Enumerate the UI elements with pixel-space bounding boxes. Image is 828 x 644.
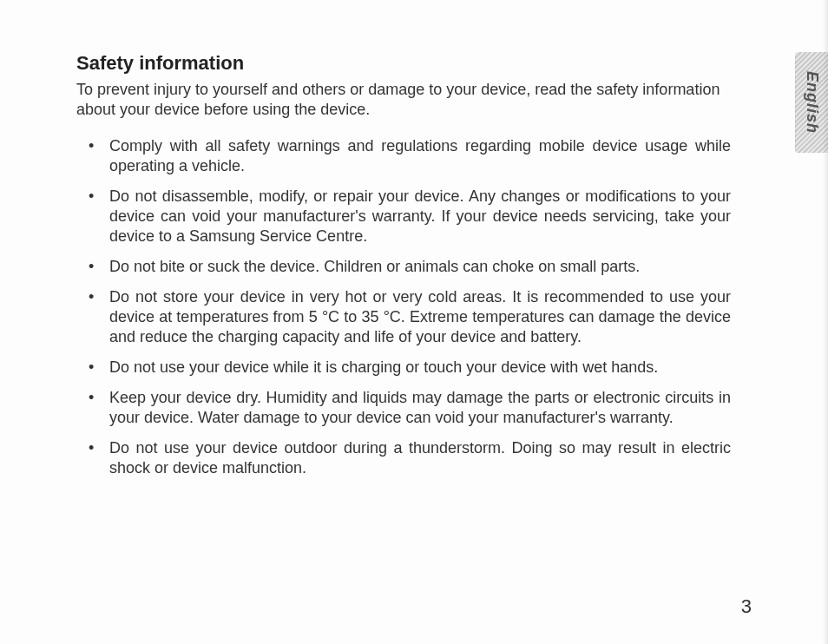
- language-label: English: [803, 71, 821, 134]
- list-item: Keep your device dry. Humidity and liqui…: [76, 383, 731, 433]
- list-item: Comply with all safety warnings and regu…: [76, 131, 731, 181]
- section-heading: Safety information: [76, 52, 752, 75]
- language-tab: English: [795, 52, 828, 153]
- list-item: Do not disassemble, modify, or repair yo…: [76, 181, 731, 252]
- intro-paragraph: To prevent injury to yourself and others…: [76, 80, 727, 121]
- list-item: Do not store your device in very hot or …: [76, 282, 731, 352]
- page-number: 3: [741, 595, 752, 618]
- list-item: Do not use your device while it is charg…: [76, 352, 731, 383]
- list-item: Do not use your device outdoor during a …: [76, 433, 731, 483]
- document-page: English Safety information To prevent in…: [0, 0, 828, 644]
- list-item: Do not bite or suck the device. Children…: [76, 252, 731, 282]
- safety-bullet-list: Comply with all safety warnings and regu…: [76, 131, 731, 483]
